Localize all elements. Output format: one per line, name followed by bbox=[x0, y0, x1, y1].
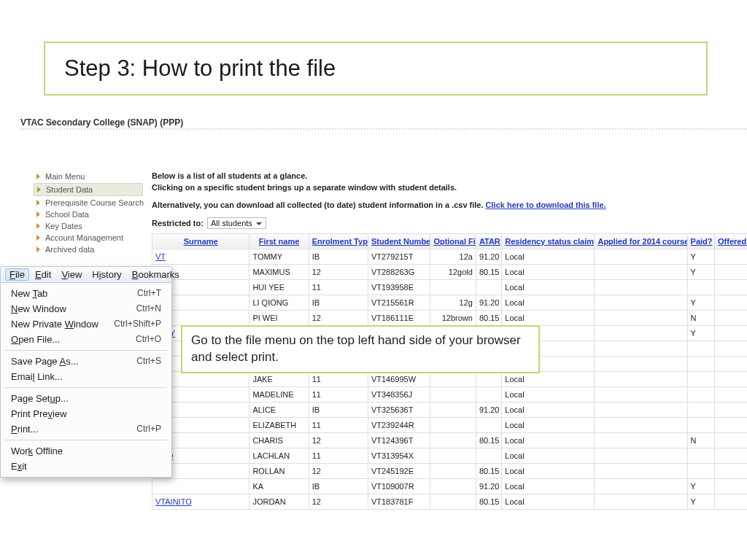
restrict-value: All students bbox=[211, 219, 252, 228]
restrict-label: Restricted to: bbox=[152, 219, 204, 228]
cell-stnum: VT313954X bbox=[368, 448, 430, 463]
sidebar-item-archived-data[interactable]: Archived data bbox=[34, 244, 143, 255]
cell-atar: 80.15 bbox=[476, 494, 501, 509]
cell-stnum: VT288263G bbox=[368, 264, 430, 279]
cell-applied bbox=[595, 463, 687, 478]
col-enrolment-type[interactable]: Enrolment Type bbox=[309, 233, 368, 249]
table-row: PI WEI12VT186111E12brown80.15LocalN bbox=[152, 310, 748, 325]
sidebar-item-label: Prerequisite Course Search bbox=[45, 198, 144, 207]
cell-first: MAXIMUS bbox=[249, 264, 309, 279]
cell-resid: Local bbox=[502, 417, 595, 432]
menu-item-exit[interactable]: Exit bbox=[1, 459, 171, 474]
menu-item-label: New Tab bbox=[11, 288, 47, 299]
col-student-number[interactable]: Student Number bbox=[368, 233, 430, 249]
cell-stnum: VT215561R bbox=[368, 295, 430, 310]
cell-offered bbox=[715, 432, 747, 448]
cell-offered bbox=[715, 478, 747, 494]
menu-item-open-file[interactable]: Open File...Ctrl+O bbox=[1, 332, 171, 347]
cell-stnum: VT146995W bbox=[368, 371, 430, 386]
student-link[interactable]: VT bbox=[155, 252, 166, 261]
menu-item-shortcut: Ctrl+Shift+P bbox=[102, 319, 161, 330]
cell-resid: Local bbox=[502, 432, 595, 448]
cell-atar: 80.15 bbox=[476, 432, 501, 448]
menu-file[interactable]: File bbox=[5, 268, 29, 281]
menu-edit[interactable]: Edit bbox=[31, 268, 55, 281]
cell-paid bbox=[687, 386, 715, 402]
cell-atar bbox=[476, 448, 501, 463]
chevron-right-icon bbox=[36, 211, 42, 218]
col-surname[interactable]: Surname bbox=[152, 233, 249, 249]
menu-item-work-offline[interactable]: Work Offline bbox=[1, 443, 171, 459]
menu-item-print[interactable]: Print...Ctrl+P bbox=[1, 421, 171, 437]
sidebar-item-prerequisite-course-search[interactable]: Prerequisite Course Search bbox=[34, 197, 143, 209]
cell-atar bbox=[476, 386, 501, 402]
sidebar-item-label: School Data bbox=[45, 210, 89, 219]
cell-stnum: VT124396T bbox=[368, 432, 430, 448]
restrict-row: Restricted to: All students bbox=[152, 217, 747, 229]
student-link[interactable]: VTAINITO bbox=[155, 497, 192, 506]
chevron-right-icon bbox=[36, 199, 42, 206]
menu-item-email-link[interactable]: Email Link... bbox=[1, 369, 171, 384]
cell-enrol: IB bbox=[309, 402, 368, 417]
menu-item-new-tab[interactable]: New TabCtrl+T bbox=[1, 286, 171, 301]
menu-item-shortcut bbox=[150, 461, 161, 472]
cell-enrol: 11 bbox=[309, 448, 368, 463]
cell-paid: N bbox=[687, 310, 715, 325]
download-csv-link[interactable]: Click here to download this file. bbox=[486, 201, 606, 209]
menu-item-print-preview[interactable]: Print Preview bbox=[1, 406, 171, 421]
cell-opt bbox=[430, 402, 476, 417]
cell-enrol: 12 bbox=[309, 264, 368, 279]
cell-first: PI WEI bbox=[249, 310, 309, 325]
col-residency-status-claimed[interactable]: Residency status claimed bbox=[502, 233, 595, 249]
col-paid-[interactable]: Paid? bbox=[687, 233, 715, 249]
menu-item-new-private-window[interactable]: New Private WindowCtrl+Shift+P bbox=[1, 316, 171, 332]
table-row: ROLLAN12VT245192E80.15Local bbox=[152, 463, 748, 478]
cell-enrol: IB bbox=[309, 249, 368, 264]
cell-stnum: VT193958E bbox=[368, 279, 430, 295]
intro-line-3a: Alternatively, you can download all coll… bbox=[152, 201, 486, 209]
menu-item-save-page-as[interactable]: Save Page As...Ctrl+S bbox=[1, 354, 171, 369]
slide-title: Step 3: How to print the file bbox=[64, 55, 336, 82]
table-row: HUI YEE11VT193958ELocal bbox=[152, 279, 748, 295]
menu-item-shortcut: Ctrl+T bbox=[125, 288, 161, 299]
sidebar-item-student-data[interactable]: Student Data bbox=[34, 183, 143, 196]
sidebar-item-main-menu[interactable]: Main Menu bbox=[34, 171, 143, 182]
menu-separator bbox=[5, 350, 167, 351]
col-atar[interactable]: ATAR bbox=[476, 233, 501, 249]
menu-item-page-setup[interactable]: Page Setup... bbox=[1, 391, 171, 406]
sidebar: Main MenuStudent DataPrerequisite Course… bbox=[34, 171, 143, 255]
menu-bookmarks[interactable]: Bookmarks bbox=[128, 268, 184, 281]
cell-stnum: VT186111E bbox=[368, 310, 430, 325]
table-row: ALICEIBVT325636T91.20Local bbox=[152, 402, 748, 417]
cell-paid bbox=[687, 371, 715, 386]
restrict-select[interactable]: All students bbox=[207, 217, 266, 229]
cell-opt bbox=[430, 463, 476, 478]
sidebar-item-school-data[interactable]: School Data bbox=[34, 209, 143, 220]
table-row: ORDLACHLAN11VT313954XLocal bbox=[152, 448, 748, 463]
sidebar-item-label: Main Menu bbox=[45, 172, 85, 181]
col-applied-for-2014-courses-[interactable]: Applied for 2014 courses? bbox=[595, 233, 687, 249]
sidebar-item-account-management[interactable]: Account Management bbox=[34, 232, 143, 244]
menu-history[interactable]: History bbox=[88, 268, 125, 281]
cell-first: HUI YEE bbox=[249, 279, 309, 295]
cell-first: CHARIS bbox=[249, 432, 309, 448]
menu-item-new-window[interactable]: New WindowCtrl+N bbox=[1, 301, 171, 316]
cell-applied bbox=[595, 448, 687, 463]
menu-bar: FileEditViewHistoryBookmarks bbox=[0, 266, 172, 283]
cell-atar: 91.20 bbox=[476, 402, 501, 417]
cell-paid: Y bbox=[687, 264, 715, 279]
table-row: IJAKE11VT146995WLocal bbox=[152, 371, 748, 386]
menu-item-label: Email Link... bbox=[11, 371, 63, 382]
col-first-name[interactable]: First name bbox=[249, 233, 309, 249]
cell-paid bbox=[687, 402, 715, 417]
file-dropdown: New TabCtrl+TNew WindowCtrl+NNew Private… bbox=[0, 283, 172, 478]
cell-offered bbox=[715, 386, 747, 402]
menu-view[interactable]: View bbox=[57, 268, 86, 281]
col-optional-field[interactable]: Optional Field bbox=[430, 233, 476, 249]
sidebar-item-key-dates[interactable]: Key Dates bbox=[34, 220, 143, 232]
table-row: VTTOMMYIBVT279215T12a91.20LocalY bbox=[152, 249, 748, 264]
cell-opt bbox=[430, 432, 476, 448]
cell-enrol: 12 bbox=[309, 432, 368, 448]
intro-line-3: Alternatively, you can download all coll… bbox=[152, 200, 747, 211]
col-offered-[interactable]: Offered? bbox=[715, 233, 747, 249]
